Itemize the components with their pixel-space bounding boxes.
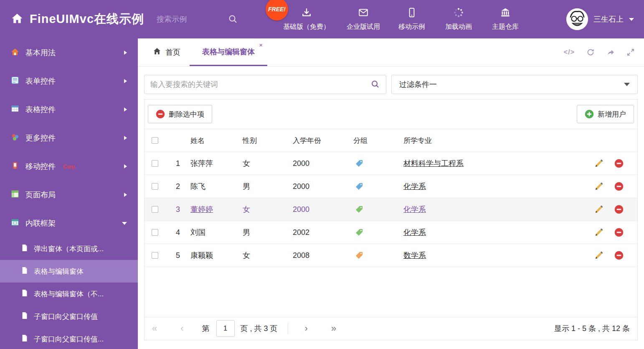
chevron-right-icon: [124, 193, 127, 197]
pagination-bar: « ‹ 第 页 , 共 3 页 › » 显示 1 - 5 条 , 共 12 条: [145, 317, 637, 340]
tag-icon: [355, 228, 363, 237]
refresh-icon[interactable]: [586, 48, 595, 56]
file-icon: [21, 334, 28, 344]
grid-toolbar: 删除选中项 新增用户: [145, 99, 637, 129]
sidebar-subitem-child-to-parent-2[interactable]: 子窗口向父窗口传值...: [0, 328, 138, 349]
table-row: 1 张萍萍 女 2000 材料科学与工程系: [145, 152, 637, 175]
edit-icon[interactable]: [594, 205, 603, 214]
nav-item-mobile-demo[interactable]: 移动示例: [397, 7, 427, 31]
major-link[interactable]: 化学系: [403, 182, 426, 191]
keyword-search-input[interactable]: [145, 75, 371, 94]
row-checkbox[interactable]: [152, 229, 158, 236]
nav-item-basic-edition[interactable]: FREE! 基础版（免费）: [283, 7, 330, 31]
major-link[interactable]: 化学系: [403, 228, 426, 237]
row-name: 刘国: [190, 227, 243, 237]
major-link[interactable]: 数学系: [403, 251, 426, 260]
chevron-down-icon: [624, 83, 630, 86]
search-icon[interactable]: [228, 14, 238, 24]
row-checkbox[interactable]: [152, 183, 158, 190]
delete-icon[interactable]: [614, 228, 624, 237]
user-menu[interactable]: 三生石上: [566, 8, 634, 30]
forward-icon[interactable]: [606, 48, 615, 56]
sidebar-subitem-grid-edit-window[interactable]: 表格与编辑窗体: [0, 260, 138, 283]
header-search-input[interactable]: [157, 15, 226, 24]
column-header-year[interactable]: 入学年份: [293, 136, 353, 145]
tab-tools: </>: [564, 38, 644, 66]
envelope-icon: [358, 7, 369, 20]
tab-home[interactable]: 首页: [144, 38, 190, 66]
row-name: 董婷婷: [190, 204, 243, 214]
sidebar-item-label: 内联框架: [25, 218, 56, 228]
sidebar-item-inline-frame[interactable]: 内联框架: [0, 209, 138, 237]
sidebar-item-label: 表单控件: [25, 76, 56, 86]
sidebar-subitem-child-to-parent[interactable]: 子窗口向父窗口传值: [0, 305, 138, 328]
sidebar-item-page-layout[interactable]: 页面布局: [0, 181, 138, 209]
chevron-right-icon: [124, 51, 127, 55]
last-page-button[interactable]: »: [331, 324, 336, 333]
pager-divider: [288, 323, 288, 334]
next-page-button[interactable]: ›: [305, 324, 308, 333]
sidebar-item-form-controls[interactable]: 表单控件: [0, 67, 138, 95]
edit-icon[interactable]: [594, 228, 603, 237]
table-row: 5 康颖颖 女 2008 数学系: [145, 244, 637, 267]
tab-label: 首页: [165, 47, 180, 57]
edit-icon[interactable]: [594, 159, 603, 168]
major-link[interactable]: 材料科学与工程系: [403, 159, 464, 168]
row-checkbox[interactable]: [152, 206, 158, 213]
sidebar-item-basic-usage[interactable]: 基本用法: [0, 38, 138, 67]
sidebar-subitem-popup-window[interactable]: 弹出窗体（本页面或...: [0, 237, 138, 260]
row-gender: 男: [243, 181, 293, 191]
app-title: FineUIMvc在线示例: [30, 11, 144, 28]
prev-page-button[interactable]: ‹: [180, 324, 183, 333]
row-checkbox[interactable]: [152, 160, 158, 167]
nav-item-loading-animation[interactable]: 加载动画: [444, 7, 474, 31]
delete-icon[interactable]: [614, 182, 624, 191]
table-row-selected: 3 董婷婷 女 2000 化学系: [145, 198, 637, 221]
delete-selected-button[interactable]: 删除选中项: [148, 105, 212, 123]
source-code-icon[interactable]: </>: [564, 48, 575, 56]
nav-item-enterprise-trial[interactable]: 企业版试用: [347, 7, 380, 31]
row-name: 康颖颖: [190, 250, 243, 260]
user-name: 三生石上: [593, 14, 624, 24]
first-page-button[interactable]: «: [152, 324, 157, 333]
column-header-name[interactable]: 姓名: [190, 136, 243, 145]
column-header-group[interactable]: 分组: [353, 136, 403, 145]
page-number-input[interactable]: [216, 320, 235, 337]
delete-icon[interactable]: [614, 159, 624, 168]
sidebar-item-label: 基本用法: [25, 48, 56, 58]
row-year: 2000: [293, 205, 353, 214]
edit-icon[interactable]: [594, 182, 603, 191]
avatar[interactable]: [566, 8, 588, 30]
sidebar-item-label: 更多控件: [25, 133, 56, 143]
button-label: 删除选中项: [169, 110, 204, 119]
plus-circle-icon: [585, 110, 594, 119]
nav-item-theme-store[interactable]: 主题仓库: [490, 7, 520, 31]
column-header-gender[interactable]: 性别: [243, 136, 293, 145]
search-icon[interactable]: [371, 80, 380, 89]
column-header-major[interactable]: 所学专业: [403, 136, 589, 145]
minus-circle-icon: [156, 110, 165, 119]
add-user-button[interactable]: 新增用户: [577, 105, 634, 123]
chevron-right-icon: [124, 164, 127, 168]
delete-icon[interactable]: [614, 205, 624, 214]
edit-icon[interactable]: [594, 251, 603, 260]
major-link[interactable]: 化学系: [403, 205, 426, 214]
fullscreen-icon[interactable]: [626, 48, 635, 56]
filter-dropdown[interactable]: 过滤条件一: [391, 75, 638, 94]
spinner-icon: [453, 7, 464, 20]
sidebar-item-more-controls[interactable]: 更多控件: [0, 124, 138, 152]
corp-badge: Corp.: [63, 163, 76, 170]
sidebar-subitem-grid-edit-window-2[interactable]: 表格与编辑窗体（不...: [0, 283, 138, 305]
row-checkbox[interactable]: [152, 252, 158, 259]
tab-label: 表格与编辑窗体: [202, 47, 255, 57]
brand[interactable]: FineUIMvc在线示例: [11, 11, 144, 28]
sidebar-subitem-label: 子窗口向父窗口传值...: [34, 334, 104, 344]
select-all-checkbox[interactable]: [152, 137, 158, 144]
grid-panel: 删除选中项 新增用户 姓名 性别 入学年份 分组 所学专业: [144, 99, 638, 340]
sidebar-item-grid-controls[interactable]: 表格控件: [0, 95, 138, 124]
close-icon[interactable]: ×: [259, 42, 263, 48]
tab-grid-edit-window[interactable]: 表格与编辑窗体 ×: [190, 38, 267, 66]
nav-label: 基础版（免费）: [283, 23, 330, 31]
delete-icon[interactable]: [614, 251, 624, 260]
sidebar-item-mobile-controls[interactable]: 移动控件 Corp.: [0, 152, 138, 181]
